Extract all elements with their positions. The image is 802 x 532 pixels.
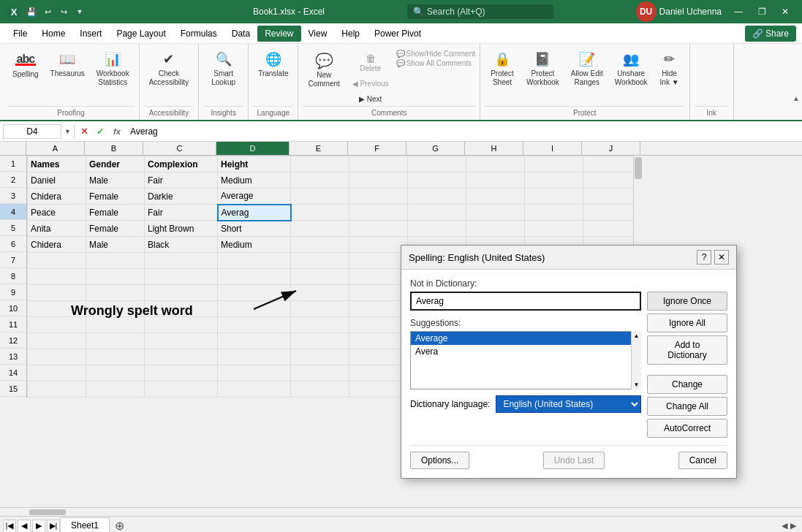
cell-D7[interactable]	[218, 253, 291, 269]
sheet-tab-sheet1[interactable]: Sheet1	[60, 517, 110, 532]
cell-C6[interactable]: Black	[145, 237, 218, 253]
cell-H2[interactable]	[466, 172, 525, 189]
col-header-E[interactable]: E	[290, 142, 348, 155]
dict-lang-select[interactable]: English (United States)	[496, 395, 641, 413]
cell-C4[interactable]: Fair	[145, 205, 218, 221]
cell-C2[interactable]: Fair	[145, 172, 218, 189]
sheet-nav-next[interactable]: ▶	[32, 520, 45, 533]
cell-F8[interactable]	[349, 269, 408, 285]
cell-C13[interactable]	[145, 349, 218, 365]
cell-I2[interactable]	[525, 172, 583, 189]
cell-F5[interactable]	[349, 221, 408, 237]
cell-I1[interactable]	[525, 156, 583, 172]
cell-B14[interactable]	[86, 365, 145, 381]
cell-A11[interactable]	[28, 317, 86, 333]
cell-E2[interactable]	[291, 172, 349, 189]
cell-E14[interactable]	[291, 365, 349, 381]
cell-F9[interactable]	[349, 285, 408, 301]
formula-input[interactable]	[127, 126, 799, 137]
change-button[interactable]: Change	[647, 375, 727, 394]
delete-comment-button[interactable]: 🗑 Delete	[348, 50, 393, 75]
menu-formulas[interactable]: Formulas	[173, 26, 224, 42]
minimize-button[interactable]: —	[727, 1, 749, 22]
undo-icon[interactable]: ↩	[41, 5, 54, 18]
row-num-15[interactable]: 15	[0, 381, 26, 397]
sheet-nav-first[interactable]: |◀	[3, 520, 16, 533]
menu-file[interactable]: File	[6, 26, 34, 42]
cell-E15[interactable]	[291, 381, 349, 398]
scrollbar-thumb-v[interactable]	[635, 157, 642, 179]
menu-power-pivot[interactable]: Power Pivot	[367, 26, 428, 42]
cell-D5[interactable]: Short	[218, 221, 291, 237]
cell-E12[interactable]	[291, 333, 349, 349]
menu-view[interactable]: View	[301, 26, 335, 42]
cell-A10[interactable]	[28, 301, 86, 317]
cell-I5[interactable]	[525, 221, 583, 237]
suggestions-scroll-up[interactable]: ▲	[634, 332, 640, 339]
col-header-J[interactable]: J	[582, 142, 640, 155]
cell-C3[interactable]: Darkie	[145, 189, 218, 205]
cell-E11[interactable]	[291, 317, 349, 333]
cell-F13[interactable]	[349, 349, 408, 365]
cell-A9[interactable]	[28, 285, 86, 301]
show-all-comments-btn[interactable]: 💬 Show All Comments	[396, 59, 475, 67]
col-header-I[interactable]: I	[523, 142, 582, 155]
protect-sheet-button[interactable]: 🔒 ProtectSheet	[485, 47, 520, 91]
menu-insert[interactable]: Insert	[72, 26, 109, 42]
search-bar[interactable]: 🔍	[407, 4, 553, 19]
cell-E8[interactable]	[291, 269, 349, 285]
cell-G2[interactable]	[408, 172, 466, 189]
not-in-dictionary-input[interactable]	[410, 292, 641, 311]
spelling-button[interactable]: abc Spelling	[7, 47, 44, 83]
row-num-3[interactable]: 3	[0, 188, 26, 204]
cell-A13[interactable]	[28, 349, 86, 365]
menu-data[interactable]: Data	[224, 26, 257, 42]
cell-A15[interactable]	[28, 381, 86, 398]
menu-page-layout[interactable]: Page Layout	[109, 26, 173, 42]
col-header-F[interactable]: F	[348, 142, 406, 155]
cell-E5[interactable]	[291, 221, 349, 237]
col-header-C[interactable]: C	[143, 142, 216, 155]
cell-B13[interactable]	[86, 349, 145, 365]
col-header-A[interactable]: A	[26, 142, 85, 155]
cell-F15[interactable]	[349, 381, 408, 398]
cell-D3[interactable]: Average	[218, 189, 291, 205]
cell-I4[interactable]	[525, 205, 583, 221]
cell-C1[interactable]: Complexion	[145, 156, 218, 172]
insert-function-icon[interactable]: fx	[110, 124, 124, 139]
dialog-close-button[interactable]: ✕	[714, 250, 729, 265]
cell-F4[interactable]	[349, 205, 408, 221]
cell-H5[interactable]	[466, 221, 525, 237]
row-num-14[interactable]: 14	[0, 365, 26, 381]
cell-F6[interactable]	[349, 237, 408, 253]
new-comment-button[interactable]: 💬 NewComment	[303, 47, 344, 92]
ignore-all-button[interactable]: Ignore All	[647, 314, 727, 332]
cell-B12[interactable]	[86, 333, 145, 349]
cell-E10[interactable]	[291, 301, 349, 317]
cell-E7[interactable]	[291, 253, 349, 269]
next-comment-button[interactable]: ▶ Next	[348, 92, 393, 106]
suggestion-item-avera[interactable]: Avera	[411, 345, 640, 358]
menu-help[interactable]: Help	[334, 26, 367, 42]
cell-B1[interactable]: Gender	[86, 156, 145, 172]
cell-A12[interactable]	[28, 333, 86, 349]
workbook-statistics-button[interactable]: 📊 WorkbookStatistics	[91, 47, 135, 91]
redo-icon[interactable]: ↪	[57, 5, 70, 18]
cell-C11[interactable]	[145, 317, 218, 333]
cell-H1[interactable]	[466, 156, 525, 172]
sheet-nav-prev[interactable]: ◀	[18, 520, 31, 533]
scroll-left-btn[interactable]: ◀	[782, 521, 787, 531]
cell-B6[interactable]: Male	[86, 237, 145, 253]
row-num-9[interactable]: 9	[0, 284, 26, 300]
row-num-6[interactable]: 6	[0, 236, 26, 252]
unshare-workbook-button[interactable]: 👥 UnshareWorkbook	[610, 47, 653, 91]
row-num-10[interactable]: 10	[0, 300, 26, 316]
cell-D6[interactable]: Medium	[218, 237, 291, 253]
cell-C9[interactable]	[145, 285, 218, 301]
row-num-13[interactable]: 13	[0, 349, 26, 365]
cell-H3[interactable]	[466, 189, 525, 205]
row-num-2[interactable]: 2	[0, 172, 26, 188]
cell-D4[interactable]: Averag	[218, 205, 291, 221]
cell-G4[interactable]	[408, 205, 466, 221]
previous-comment-button[interactable]: ◀ Previous	[348, 77, 393, 91]
